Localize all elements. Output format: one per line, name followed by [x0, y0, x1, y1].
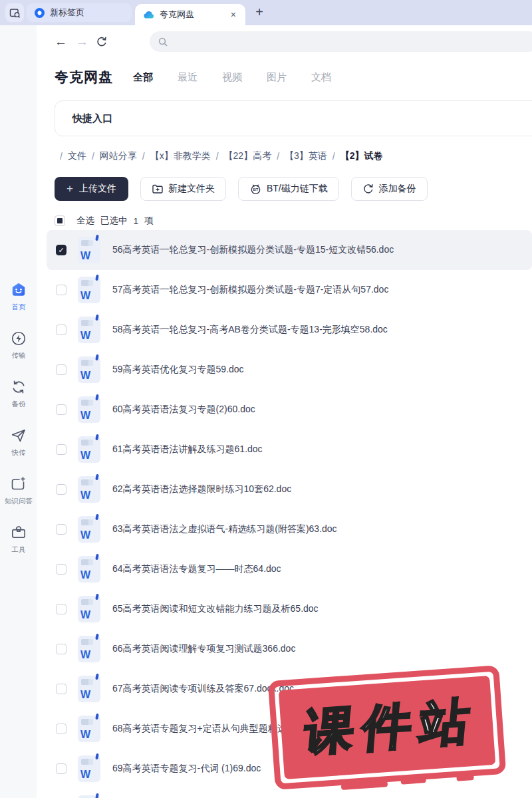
- backup-refresh-icon: [362, 183, 374, 195]
- breadcrumb-separator: /: [277, 151, 279, 162]
- file-checkbox[interactable]: [56, 245, 66, 255]
- sidebar-item-label: 快传: [11, 448, 25, 457]
- file-checkbox[interactable]: [56, 724, 66, 734]
- tab-close-icon[interactable]: ×: [229, 9, 237, 20]
- file-name: 66高考英语阅读理解专项复习测试题366.doc: [112, 643, 295, 655]
- file-name: 67高考英语阅读专项训练及答案67.docx.doc: [112, 683, 294, 695]
- knowledge-qa-icon: [10, 475, 27, 493]
- breadcrumb-separator: /: [142, 151, 145, 162]
- filter-tab[interactable]: 视频: [222, 71, 242, 84]
- bt-magnet-download-button[interactable]: BT BT/磁力链下载: [238, 177, 339, 201]
- file-checkbox[interactable]: [56, 444, 66, 455]
- quick-entry-card[interactable]: 快捷入口: [55, 100, 532, 136]
- filter-tab[interactable]: 全部: [133, 71, 153, 84]
- breadcrumb: / 文件 / 网站分享 / 【x】非教学类 / 【22】高考 / 【3】英语: [55, 150, 532, 162]
- word-doc-icon: W: [78, 716, 100, 742]
- upload-file-button[interactable]: + 上传文件: [55, 177, 128, 201]
- sidebar-item-label: 首页: [11, 302, 25, 311]
- file-name: 69高考英语专题复习-代词 (1)69.doc: [112, 763, 261, 775]
- word-doc-icon: W: [78, 356, 100, 383]
- stamp-background: 课件站: [279, 676, 496, 779]
- file-name: 58高考英语一轮总复习-高考AB卷分类试题-专题13-完形填空58.doc: [112, 324, 388, 336]
- file-checkbox[interactable]: [56, 604, 66, 614]
- tab-title: 新标签页: [50, 7, 124, 19]
- breadcrumb-separator: /: [92, 151, 94, 162]
- stamp-kejianzhan: 课件站: [268, 665, 507, 790]
- file-row[interactable]: W 70高考英语专题复习-代词70.doc: [47, 789, 532, 798]
- selected-label: 已选中: [100, 215, 128, 227]
- file-row[interactable]: W 66高考英语阅读理解专项复习测试题366.doc: [47, 629, 532, 669]
- file-row[interactable]: W 60高考英语语法复习专题(2)60.doc: [47, 390, 532, 430]
- tab-search-button[interactable]: [5, 3, 24, 22]
- page-header: 夸克网盘 全部 最近 视频 图片 文档: [55, 66, 532, 88]
- file-name: 65高考英语阅读和短文改错能力练习题及析65.doc: [112, 603, 319, 615]
- file-checkbox[interactable]: [56, 644, 66, 654]
- file-row[interactable]: W 63高考英语语法之虚拟语气-精选练习题(附答案)63.doc: [47, 509, 532, 549]
- refresh-icon[interactable]: [95, 35, 108, 49]
- plus-icon: +: [66, 182, 73, 196]
- browser-tab-newtab[interactable]: 新标签页: [27, 3, 132, 22]
- breadcrumb-item[interactable]: / 【3】英语: [271, 150, 327, 162]
- file-name: 56高考英语一轮总复习-创新模拟题分类试题-专题15-短文改错56.doc: [112, 244, 394, 256]
- sidebar-item-backup[interactable]: 备份: [0, 378, 37, 409]
- file-row[interactable]: W 56高考英语一轮总复习-创新模拟题分类试题-专题15-短文改错56.doc: [47, 230, 532, 270]
- sidebar-item-home[interactable]: 首页: [0, 281, 37, 312]
- word-doc-icon: W: [78, 755, 100, 782]
- word-doc-icon: W: [78, 476, 100, 503]
- file-checkbox[interactable]: [56, 684, 66, 694]
- file-checkbox[interactable]: [56, 763, 66, 774]
- selected-count: 1: [134, 216, 139, 226]
- tab-search-icon: [9, 7, 21, 19]
- file-checkbox[interactable]: [56, 285, 66, 295]
- backup-icon: [10, 378, 27, 396]
- filter-tab[interactable]: 图片: [267, 71, 287, 84]
- sidebar-item-knowledge-qa[interactable]: 知识问答: [0, 475, 37, 506]
- sidebar-item-label: 传输: [11, 350, 25, 360]
- word-doc-icon: W: [78, 596, 100, 622]
- select-all-label[interactable]: 全选: [76, 215, 94, 227]
- filter-tab[interactable]: 文档: [311, 71, 331, 84]
- back-icon[interactable]: ←: [55, 33, 67, 51]
- file-checkbox[interactable]: [56, 524, 66, 535]
- breadcrumb-item[interactable]: / 网站分享: [86, 150, 137, 162]
- word-doc-icon: W: [78, 676, 100, 702]
- word-doc-icon: W: [78, 317, 100, 343]
- new-tab-button[interactable]: +: [250, 3, 269, 21]
- new-folder-button[interactable]: 新建文件夹: [140, 177, 226, 201]
- breadcrumb-item[interactable]: / 【x】非教学类: [137, 150, 211, 162]
- add-backup-button[interactable]: 添加备份: [351, 177, 428, 201]
- file-checkbox[interactable]: [56, 364, 66, 375]
- address-search-bar[interactable]: [150, 31, 532, 52]
- breadcrumb-item[interactable]: / 【22】高考: [211, 150, 271, 162]
- file-checkbox[interactable]: [56, 564, 66, 575]
- browser-tab-bar: 新标签页 夸克网盘 × +: [0, 0, 532, 25]
- file-row[interactable]: W 57高考英语一轮总复习-创新模拟题分类试题-专题7-定语从句57.doc: [47, 270, 532, 310]
- file-name: 59高考英语优化复习专题59.doc: [112, 364, 244, 376]
- stamp-ink-mark: [456, 774, 474, 781]
- file-row[interactable]: W 64高考英语语法专题复习——时态64.doc: [47, 549, 532, 589]
- file-row[interactable]: W 65高考英语阅读和短文改错能力练习题及析65.doc: [47, 589, 532, 629]
- file-checkbox[interactable]: [56, 484, 66, 495]
- sidebar-item-tools[interactable]: 工具: [0, 524, 37, 555]
- file-checkbox[interactable]: [56, 404, 66, 415]
- word-doc-icon: W: [78, 556, 100, 583]
- address-search-input[interactable]: [174, 37, 531, 47]
- sidebar-item-quick-send[interactable]: 快传: [0, 427, 37, 458]
- file-row[interactable]: W 59高考英语优化复习专题59.doc: [47, 350, 532, 390]
- file-row[interactable]: W 61高考英语语法讲解及练习题61.doc: [47, 430, 532, 469]
- breadcrumb-item[interactable]: / 【2】试卷: [327, 150, 383, 162]
- action-buttons: + 上传文件 新建文件夹 BT BT/磁力链下载: [55, 177, 532, 201]
- sidebar-item-transfer[interactable]: 传输: [0, 330, 37, 360]
- filter-tab[interactable]: 最近: [178, 71, 198, 84]
- quark-browser-icon: [35, 8, 45, 18]
- file-row[interactable]: W 58高考英语一轮总复习-高考AB卷分类试题-专题13-完形填空58.doc: [47, 310, 532, 350]
- selection-bar: 全选 已选中 1 项: [55, 215, 532, 227]
- transfer-icon: [10, 330, 27, 347]
- breadcrumb-item[interactable]: / 文件: [55, 150, 86, 162]
- select-all-checkbox[interactable]: [55, 215, 65, 226]
- forward-icon[interactable]: →: [76, 33, 88, 51]
- file-row[interactable]: W 62高考英语语法选择题限时练习10套62.doc: [47, 469, 532, 509]
- browser-tab-quark-drive[interactable]: 夸克网盘 ×: [135, 4, 245, 25]
- file-name: 57高考英语一轮总复习-创新模拟题分类试题-专题7-定语从句57.doc: [112, 284, 388, 296]
- file-checkbox[interactable]: [56, 325, 66, 335]
